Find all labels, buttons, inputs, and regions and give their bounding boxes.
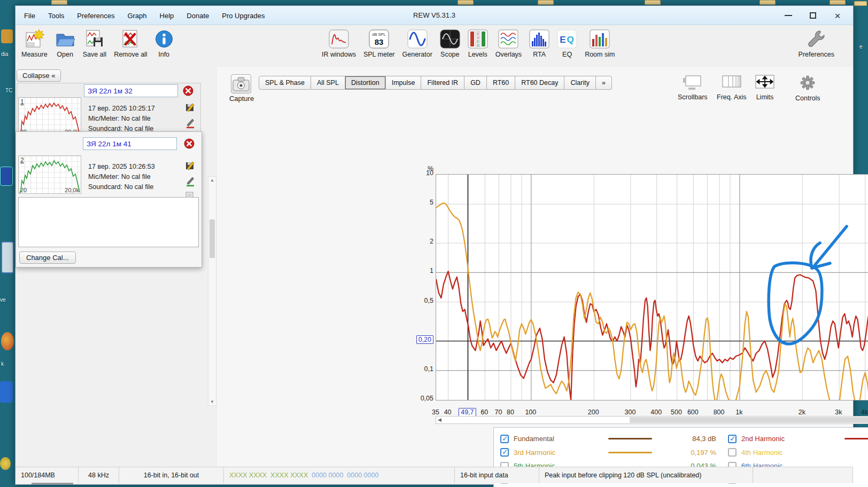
tab--[interactable]: »: [596, 76, 612, 90]
change-cal-button[interactable]: Change Cal...: [19, 252, 76, 264]
cursor-freq-box: 49,7: [459, 408, 476, 417]
desktop-icon: [0, 167, 13, 186]
scroll-down-icon[interactable]: ▼: [208, 399, 216, 404]
toolbar-button-save-all[interactable]: Save all: [79, 27, 110, 59]
toolbar-button-label: RTA: [533, 51, 546, 58]
view-control-label: Limits: [756, 93, 774, 101]
legend-checkbox[interactable]: [728, 435, 737, 443]
status-segment-3: XXXX XXXX XXXX XXXX 0000 0000 0000 0000: [224, 467, 455, 483]
status-text: Peak input before clipping 120 dB SPL (u…: [545, 472, 701, 479]
measurement-card-2[interactable]: 22020,0k17 вер. 2025 10:26:53Mic/Meter: …: [15, 131, 202, 268]
tab-filtered-ir[interactable]: Filtered IR: [421, 76, 464, 90]
scrollbar-thumb[interactable]: [210, 219, 215, 258]
tab-impulse[interactable]: Impulse: [386, 76, 422, 90]
distortion-plot[interactable]: [436, 174, 868, 400]
rta-icon: [529, 28, 549, 50]
toolbar-button-preferences[interactable]: Preferences: [795, 27, 838, 59]
freq-scrollbar[interactable]: ◀ ▶: [436, 416, 868, 424]
toolbar-button-levels[interactable]: 0369Levels: [464, 27, 492, 59]
notes-area[interactable]: [18, 197, 199, 247]
legend-checkbox[interactable]: [500, 435, 509, 443]
tab-rt60[interactable]: RT60: [487, 76, 515, 90]
toolbar-button-eq[interactable]: EQEQ: [553, 27, 581, 59]
toolbar-button-room-sim[interactable]: Room sim: [581, 27, 618, 59]
toolbar-button-remove-all[interactable]: Remove all: [110, 27, 151, 59]
view-control-freq-axis[interactable]: Freq. Axis: [717, 74, 747, 101]
legend-label: 4th Harmonic: [741, 449, 831, 457]
menu-item-preferences[interactable]: Preferences: [72, 10, 120, 22]
toolbar-group-right: Preferences: [795, 27, 838, 59]
menu-item-donate[interactable]: Donate: [181, 10, 214, 22]
status-text: 48 kHz: [88, 472, 109, 479]
tab-distortion[interactable]: Distortion: [345, 76, 386, 90]
legend-line-sample: [608, 438, 652, 439]
scroll-left-icon[interactable]: ◀: [438, 417, 441, 422]
legend-checkbox[interactable]: [500, 448, 509, 457]
tab-all-spl[interactable]: All SPL: [311, 76, 345, 90]
panel-scrollbar[interactable]: ▲ ▼: [208, 176, 216, 406]
controls-button[interactable]: Controls: [795, 74, 820, 102]
toolbar-button-info[interactable]: Info: [151, 27, 177, 59]
scroll-up-icon[interactable]: ▲: [208, 178, 216, 183]
trace-color-icon[interactable]: [185, 117, 196, 131]
legend-line-sample: [608, 452, 652, 453]
legend-checkbox[interactable]: [728, 448, 737, 457]
freq-axis-icon: [721, 74, 742, 92]
status-segment-filler: [753, 467, 853, 483]
toolbar-button-spl-meter[interactable]: dB SPL83SPL meter: [360, 27, 399, 59]
collapse-panel-button[interactable]: Collapse «: [17, 69, 61, 82]
toolbar-button-overlays[interactable]: Overlays: [492, 27, 525, 59]
delete-measurement-button[interactable]: [183, 85, 193, 98]
menu-item-tools[interactable]: Tools: [43, 10, 69, 22]
toolbar-button-scope[interactable]: Scope: [436, 27, 464, 59]
measurements-panel: Collapse « 12020,0k17 вер. 2025 10:25:17…: [15, 67, 217, 467]
maximize-button[interactable]: [801, 7, 825, 23]
toolbar-button-label: IR windows: [322, 51, 356, 58]
plot-canvas: [436, 175, 868, 400]
toolbar-button-open[interactable]: Open: [51, 27, 79, 59]
wrench-icon: [806, 28, 826, 50]
toolbar-button-ir-windows[interactable]: IR windows: [318, 27, 360, 59]
toolbar-button-measure[interactable]: Measure: [18, 27, 51, 59]
firefox-icon: [1, 332, 14, 350]
mic-cal-status: Mic/Meter: No cal file: [88, 115, 151, 122]
capture-button[interactable]: [231, 74, 251, 93]
title-bar[interactable]: REW V5.31.3 FileToolsPreferencesGraphHel…: [15, 6, 853, 25]
status-segment-5: Peak input before clipping 120 dB SPL (u…: [539, 467, 753, 483]
toolbar-button-label: Save all: [83, 51, 106, 58]
desktop-folder-icon: [51, 0, 67, 5]
toolbar-button-label: Open: [57, 51, 73, 58]
legend-label: 3rd Harmonic: [514, 449, 593, 457]
save-trace-icon[interactable]: [185, 101, 196, 114]
menu-item-pro-upgrades[interactable]: Pro Upgrades: [216, 10, 270, 22]
desktop-folder-icon: [830, 0, 846, 5]
tab-clarity[interactable]: Clarity: [564, 76, 595, 90]
save-trace-icon[interactable]: [185, 160, 196, 172]
trace-color-icon[interactable]: [185, 176, 196, 189]
tab-gd[interactable]: GD: [464, 76, 487, 90]
view-control-limits[interactable]: Limits: [754, 74, 776, 101]
menu-item-file[interactable]: File: [19, 10, 41, 22]
menu-item-help[interactable]: Help: [154, 10, 180, 22]
tab-spl-phase[interactable]: SPL & Phase: [259, 76, 311, 90]
generator-icon: [407, 28, 428, 50]
measurement-name-input[interactable]: [84, 84, 178, 97]
legend-line-sample: [844, 438, 868, 439]
toolbar-button-rta[interactable]: RTA: [525, 27, 553, 59]
y-tick-label: 0,05: [396, 395, 433, 402]
svg-text:Q: Q: [567, 35, 574, 45]
status-text: XXXX XXXX XXXX XXXX: [229, 472, 308, 479]
menu-item-graph[interactable]: Graph: [122, 10, 152, 22]
toolbar-button-generator[interactable]: Generator: [399, 27, 436, 59]
measurement-name-input[interactable]: [83, 137, 177, 150]
y-tick-label: 5: [396, 199, 433, 206]
view-control-scrollbars[interactable]: Scrollbars: [678, 74, 708, 101]
x-tick-label: 4k: [861, 409, 868, 416]
delete-measurement-button[interactable]: [184, 138, 195, 151]
measurement-thumbnail: 12020,0k: [18, 97, 81, 136]
minimize-button[interactable]: [776, 7, 801, 23]
freq-scrollbar-thumb[interactable]: [630, 417, 868, 423]
tab-rt60-decay[interactable]: RT60 Decay: [515, 76, 564, 90]
close-button[interactable]: ×: [825, 7, 850, 23]
legend-value: 0,197 %: [668, 449, 716, 457]
